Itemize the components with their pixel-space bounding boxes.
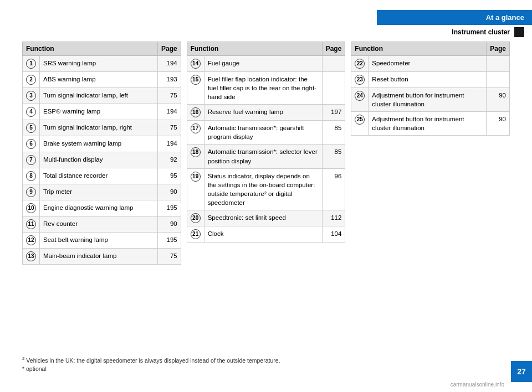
- table3-page-header: Page: [487, 42, 510, 56]
- circle-number: 23: [355, 75, 365, 85]
- row-number: 2: [23, 72, 40, 88]
- table3: Function Page 22Speedometer23Reset butto…: [351, 42, 510, 136]
- row-page: 195: [157, 200, 181, 216]
- circle-number: 13: [26, 251, 36, 261]
- row-page: 85: [322, 145, 345, 168]
- row-page: 193: [157, 72, 181, 88]
- footnote1-text: Vehicles in the UK: the digital speedome…: [24, 357, 280, 363]
- row-number: 15: [187, 72, 204, 105]
- row-number: 19: [187, 168, 204, 210]
- row-function: Seat belt warning lamp: [40, 233, 158, 249]
- circle-number: 5: [26, 123, 36, 133]
- circle-number: 12: [26, 235, 36, 245]
- table-row: 6Brake system warning lamp194: [23, 136, 181, 152]
- row-function: Adjustment button for instrument cluster…: [369, 88, 487, 112]
- instrument-cluster-bar: Instrument cluster: [377, 27, 532, 37]
- circle-number: 22: [355, 59, 365, 69]
- instrument-cluster-label: Instrument cluster: [452, 28, 510, 36]
- footer-notes: 2 Vehicles in the UK: the digital speedo…: [22, 356, 488, 375]
- row-function: Total distance recorder: [40, 168, 158, 184]
- table3-wrapper: Function Page 22Speedometer23Reset butto…: [351, 42, 510, 348]
- circle-number: 18: [191, 147, 201, 157]
- row-number: 6: [23, 136, 40, 152]
- row-function: Main-beam indicator lamp: [40, 249, 158, 265]
- table-row: 15Fuel filler flap location indicator: t…: [187, 72, 345, 105]
- table2: Function Page 14Fuel gauge15Fuel filler …: [187, 42, 346, 243]
- row-function: Brake system warning lamp: [40, 136, 158, 152]
- table-row: 23Reset button: [351, 72, 510, 88]
- row-page: 85: [322, 121, 345, 145]
- table1-page-header: Page: [157, 42, 181, 56]
- table-row: 24Adjustment button for instrument clust…: [351, 88, 510, 112]
- table-row: 21Clock104: [187, 226, 345, 243]
- table-row: 9Trip meter90: [23, 184, 181, 200]
- row-page: 92: [157, 152, 181, 168]
- circle-number: 1: [26, 59, 36, 69]
- table-row: 8Total distance recorder95: [23, 168, 181, 184]
- row-number: 5: [23, 120, 40, 136]
- row-function: ESP® warning lamp: [40, 104, 158, 120]
- table-row: 18Automatic transmission*: selector leve…: [187, 145, 345, 168]
- row-function: Automatic transmission*: selector lever …: [204, 145, 322, 168]
- row-number: 1: [23, 56, 40, 72]
- row-function: Automatic transmission*: gearshift progr…: [204, 121, 322, 145]
- row-number: 23: [351, 72, 369, 88]
- row-number: 24: [351, 88, 369, 112]
- row-function: Speedtronic: set limit speed: [204, 210, 322, 226]
- row-function: Fuel filler flap location indicator: the…: [204, 72, 322, 105]
- row-number: 7: [23, 152, 40, 168]
- table-row: 2ABS warning lamp193: [23, 72, 181, 88]
- table-row: 17Automatic transmission*: gearshift pro…: [187, 121, 345, 145]
- row-function: Turn signal indicator lamp, right: [40, 120, 158, 136]
- row-function: Reset button: [369, 72, 487, 88]
- circle-number: 7: [26, 155, 36, 165]
- row-number: 18: [187, 145, 204, 168]
- circle-number: 25: [355, 115, 365, 125]
- row-number: 3: [23, 88, 40, 104]
- watermark: carmanualsonline.info: [451, 381, 504, 388]
- table1-function-header: Function: [23, 42, 158, 56]
- table-row: 3Turn signal indicator lamp, left75: [23, 88, 181, 104]
- row-page: [487, 72, 510, 88]
- table-row: 22Speedometer: [351, 56, 510, 72]
- row-function: Speedometer: [369, 56, 487, 72]
- row-function: Reserve fuel warning lamp: [204, 105, 322, 121]
- row-number: 12: [23, 233, 40, 249]
- circle-number: 11: [26, 219, 36, 229]
- row-page: 195: [157, 233, 181, 249]
- row-function: Engine diagnostic warning lamp: [40, 200, 158, 216]
- table2-function-header: Function: [187, 42, 322, 56]
- table2-page-header: Page: [322, 42, 345, 56]
- content-area: Function Page 1SRS warning lamp1942ABS w…: [22, 42, 510, 348]
- row-function: Fuel gauge: [204, 56, 322, 72]
- row-page: 194: [157, 136, 181, 152]
- table-row: 1SRS warning lamp194: [23, 56, 181, 72]
- circle-number: 16: [191, 107, 201, 117]
- row-page: 90: [157, 184, 181, 200]
- circle-number: 24: [355, 91, 365, 101]
- row-page: 90: [157, 216, 181, 233]
- row-function: SRS warning lamp: [40, 56, 158, 72]
- circle-number: 10: [26, 203, 36, 213]
- circle-number: 4: [26, 107, 36, 117]
- table1: Function Page 1SRS warning lamp1942ABS w…: [22, 42, 181, 265]
- row-function: ABS warning lamp: [40, 72, 158, 88]
- circle-number: 17: [191, 123, 201, 133]
- row-page: 197: [322, 105, 345, 121]
- row-number: 10: [23, 200, 40, 216]
- table-row: 11Rev counter90: [23, 216, 181, 233]
- row-page: 90: [487, 88, 510, 112]
- row-function: Status indicator, display depends on the…: [204, 168, 322, 210]
- table-row: 25Adjustment button for instrument clust…: [351, 112, 510, 136]
- circle-number: 2: [26, 75, 36, 85]
- table-row: 16Reserve fuel warning lamp197: [187, 105, 345, 121]
- row-page: 95: [157, 168, 181, 184]
- header-bar: At a glance Instrument cluster: [377, 10, 532, 37]
- row-page: 96: [322, 168, 345, 210]
- table-row: 20Speedtronic: set limit speed112: [187, 210, 345, 226]
- row-function: Clock: [204, 226, 322, 243]
- circle-number: 20: [191, 213, 201, 223]
- row-page: 194: [157, 56, 181, 72]
- circle-number: 8: [26, 171, 36, 181]
- row-page: 75: [157, 249, 181, 265]
